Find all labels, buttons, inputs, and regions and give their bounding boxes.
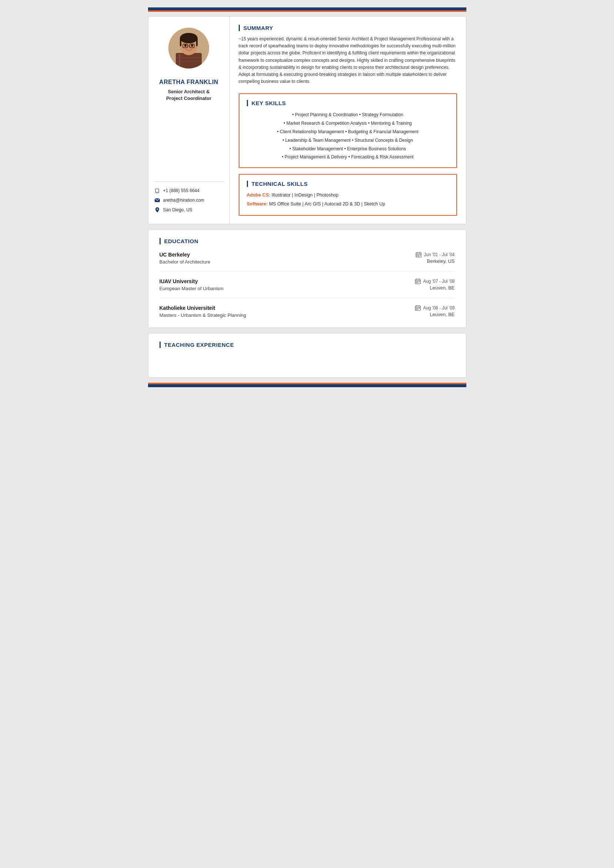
- education-entry: IUAV University Aug '07 - Jul '08 Europe…: [160, 278, 455, 298]
- summary-header: SUMMARY: [239, 25, 457, 31]
- technical-skills-header: TECHNICAL SKILLS: [247, 181, 449, 187]
- svg-rect-17: [157, 192, 158, 192]
- top-decorative-bar: [148, 8, 466, 10]
- edu-degree: European Master of Urbanism: [160, 286, 223, 291]
- resume-wrapper: ARETHA FRANKLiN Senior Architect & Proje…: [148, 8, 466, 387]
- edu-row-top: IUAV University Aug '07 - Jul '08: [160, 278, 455, 284]
- key-skills-header: KEY SKILLS: [247, 100, 449, 106]
- svg-rect-27: [417, 256, 417, 257]
- edu-degree: Masters - Urbanism & Strategic Planning: [160, 312, 247, 318]
- right-panel: SUMMARY ~15 years experienced, dynamic &…: [230, 17, 466, 224]
- accent-bar: [148, 10, 466, 12]
- svg-rect-43: [417, 308, 418, 309]
- person-name: ARETHA FRANKLiN: [159, 79, 219, 85]
- education-entry: UC Berkeley Jun '01 - Jul '04 Bachelor o…: [160, 252, 455, 272]
- avatar: [168, 28, 209, 68]
- skill-item: • Project Planning & Coordination • Stra…: [247, 111, 449, 119]
- technical-skills-title: TECHNICAL SKILLS: [252, 181, 308, 187]
- tech-skill-label: Software:: [247, 202, 268, 206]
- edu-row-bottom: Masters - Urbanism & Strategic Planning …: [160, 311, 455, 318]
- edu-row-top: Katholieke Universiteit Aug '08 - Jul '0…: [160, 305, 455, 311]
- skills-list: • Project Planning & Coordination • Stra…: [247, 111, 449, 161]
- edu-school: UC Berkeley: [160, 252, 190, 257]
- location-contact: San Diego, US: [154, 207, 223, 213]
- education-entry: Katholieke Universiteit Aug '08 - Jul '0…: [160, 305, 455, 318]
- key-skills-title: KEY SKILLS: [252, 100, 286, 106]
- person-title: Senior Architect & Project Coordinator: [166, 88, 211, 102]
- email-contact: aretha@hiration.com: [154, 197, 223, 203]
- svg-rect-33: [416, 281, 417, 282]
- tech-skill-label: Adobe CS:: [247, 192, 271, 198]
- teaching-card: TEACHING EXPERIENCE: [148, 333, 466, 378]
- education-card: EDUCATION UC Berkeley Jun '01 - Jul '04: [148, 229, 466, 328]
- tech-skills-lines: Adobe CS: Illustrator | InDesign | Photo…: [247, 191, 449, 208]
- summary-text: ~15 years experienced, dynamic & result-…: [239, 36, 457, 85]
- summary-title: SUMMARY: [243, 25, 273, 31]
- edu-row-top: UC Berkeley Jun '01 - Jul '04: [160, 252, 455, 257]
- left-panel: ARETHA FRANKLiN Senior Architect & Proje…: [149, 17, 230, 224]
- svg-rect-34: [417, 281, 418, 282]
- edu-date: Jun '01 - Jul '04: [416, 252, 454, 257]
- svg-rect-46: [417, 309, 418, 310]
- svg-rect-24: [417, 255, 417, 256]
- svg-point-19: [157, 208, 158, 210]
- svg-rect-37: [417, 282, 418, 283]
- edu-school: IUAV University: [160, 278, 198, 284]
- skill-item: • Leadership & Team Management • Structu…: [247, 136, 449, 145]
- edu-date: Aug '07 - Jul '08: [415, 278, 454, 284]
- skill-item: • Market Research & Competition Analysis…: [247, 119, 449, 128]
- education-title: EDUCATION: [164, 238, 199, 244]
- edu-degree: Bachelor of Architecture: [160, 259, 211, 265]
- svg-rect-36: [416, 282, 417, 283]
- svg-rect-35: [419, 281, 420, 282]
- calendar-icon: [416, 252, 422, 257]
- skill-item: • Client Relationship Management • Budge…: [247, 128, 449, 136]
- calendar-icon: [415, 305, 421, 311]
- avatar-image: [168, 28, 209, 68]
- education-header: EDUCATION: [160, 238, 455, 244]
- summary-section: SUMMARY ~15 years experienced, dynamic &…: [239, 25, 457, 85]
- edu-location: Leuven, BE: [430, 312, 454, 317]
- svg-rect-10: [196, 38, 198, 46]
- svg-rect-4: [176, 57, 202, 58]
- tech-skill-line: Software: MS Office Suite | Arc GIS | Au…: [247, 200, 449, 208]
- svg-rect-45: [416, 309, 417, 310]
- edu-location: Leuven, BE: [430, 285, 454, 291]
- location-icon: [154, 207, 160, 213]
- skill-item: • Stakeholder Management • Enterprise Bu…: [247, 145, 449, 153]
- edu-school: Katholieke Universiteit: [160, 305, 216, 311]
- education-entries: UC Berkeley Jun '01 - Jul '04 Bachelor o…: [160, 252, 455, 318]
- edu-date: Aug '08 - Jul '09: [415, 305, 454, 311]
- phone-contact: +1 (888) 555 6644: [154, 188, 223, 194]
- svg-rect-26: [420, 255, 420, 256]
- svg-point-11: [184, 44, 186, 47]
- teaching-header: TEACHING EXPERIENCE: [160, 342, 455, 348]
- key-skills-section: KEY SKILLS • Project Planning & Coordina…: [239, 93, 457, 168]
- svg-rect-28: [418, 256, 419, 257]
- edu-row-bottom: Bachelor of Architecture Berkeley, US: [160, 257, 455, 265]
- phone-icon: [154, 188, 160, 194]
- top-card: ARETHA FRANKLiN Senior Architect & Proje…: [148, 16, 466, 224]
- skill-item: • Project Management & Delivery • Foreca…: [247, 153, 449, 161]
- svg-point-12: [191, 44, 193, 47]
- technical-skills-section: TECHNICAL SKILLS Adobe CS: Illustrator |…: [239, 174, 457, 216]
- svg-rect-5: [176, 61, 202, 62]
- svg-rect-44: [419, 308, 420, 309]
- email-icon: [154, 197, 160, 203]
- svg-rect-9: [180, 38, 181, 46]
- edu-row-bottom: European Master of Urbanism Leuven, BE: [160, 284, 455, 291]
- svg-rect-25: [418, 255, 419, 256]
- bottom-bar: [148, 384, 466, 387]
- svg-rect-42: [416, 308, 417, 309]
- edu-location: Berkeley, US: [427, 258, 455, 264]
- calendar-icon: [415, 278, 421, 284]
- contact-section: +1 (888) 555 6644 aretha@hiration.com: [154, 181, 223, 217]
- teaching-title: TEACHING EXPERIENCE: [164, 342, 234, 348]
- tech-skill-line: Adobe CS: Illustrator | InDesign | Photo…: [247, 191, 449, 199]
- svg-point-8: [180, 33, 198, 43]
